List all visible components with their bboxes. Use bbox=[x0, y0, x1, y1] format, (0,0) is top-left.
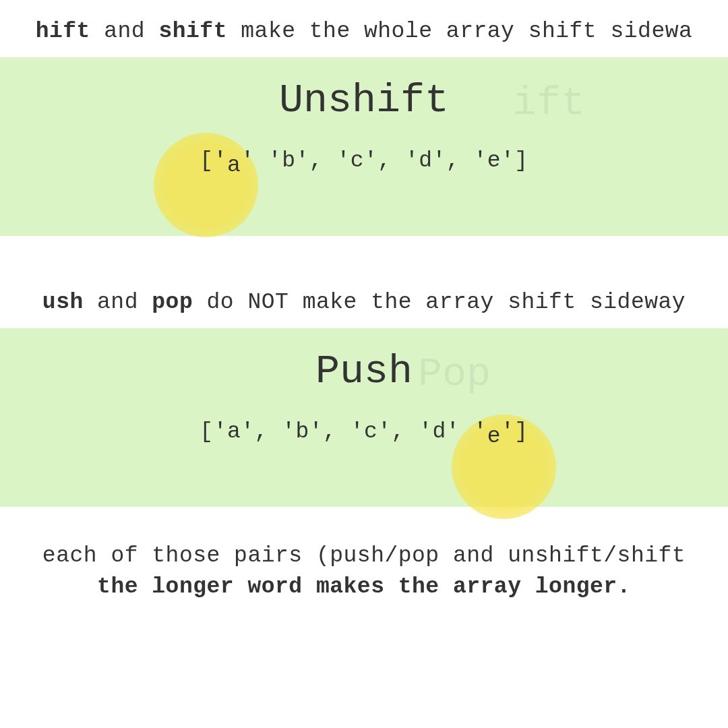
bold-pop: pop bbox=[152, 290, 193, 315]
array-moving-e: e bbox=[487, 424, 501, 449]
panel-title-wrap-2: Push Pop bbox=[0, 328, 728, 402]
text-and-2: and bbox=[84, 290, 152, 315]
panel-title-push: Push bbox=[315, 348, 413, 394]
panel-push: Push Pop ['a', 'b', 'c', 'd' 'e'] bbox=[0, 328, 728, 507]
panel-title-wrap-1: Unshift ift bbox=[0, 57, 728, 131]
description-unshift-shift: hift and shift make the whole array shif… bbox=[0, 0, 728, 57]
description-push-pop: ush and pop do NOT make the array shift … bbox=[0, 283, 728, 328]
footer-line-1: each of those pairs (push/pop and unshif… bbox=[0, 541, 728, 572]
array-mid-1: ' 'b', 'c', 'd', 'e'] bbox=[241, 148, 528, 173]
array-open-1: [' bbox=[200, 148, 227, 173]
array-moving-a: a bbox=[227, 153, 241, 178]
bold-push-cut: ush bbox=[42, 290, 84, 315]
array-line-2: ['a', 'b', 'c', 'd' 'e'] bbox=[0, 419, 728, 444]
footer-text: each of those pairs (push/pop and unshif… bbox=[0, 507, 728, 603]
text-and-1: and bbox=[90, 19, 159, 44]
panel-unshift: Unshift ift ['a' 'b', 'c', 'd', 'e'] bbox=[0, 57, 728, 236]
array-line-1: ['a' 'b', 'c', 'd', 'e'] bbox=[0, 148, 728, 173]
bold-shift: shift bbox=[158, 19, 227, 44]
text-rest-1: make the whole array shift sidewa bbox=[227, 19, 692, 44]
text-rest-2: do NOT make the array shift sideway bbox=[193, 290, 686, 315]
panel-ghost-shift: ift bbox=[512, 80, 585, 126]
panel-title-unshift: Unshift bbox=[279, 78, 449, 123]
spacer-1 bbox=[0, 236, 728, 283]
bold-unshift-cut: hift bbox=[36, 19, 90, 44]
footer-line-2: the longer word makes the array longer. bbox=[0, 572, 728, 603]
panel-ghost-pop: Pop bbox=[418, 351, 491, 397]
array-end-2: '] bbox=[501, 419, 528, 444]
array-start-2: ['a', 'b', 'c', 'd' ' bbox=[200, 419, 487, 444]
